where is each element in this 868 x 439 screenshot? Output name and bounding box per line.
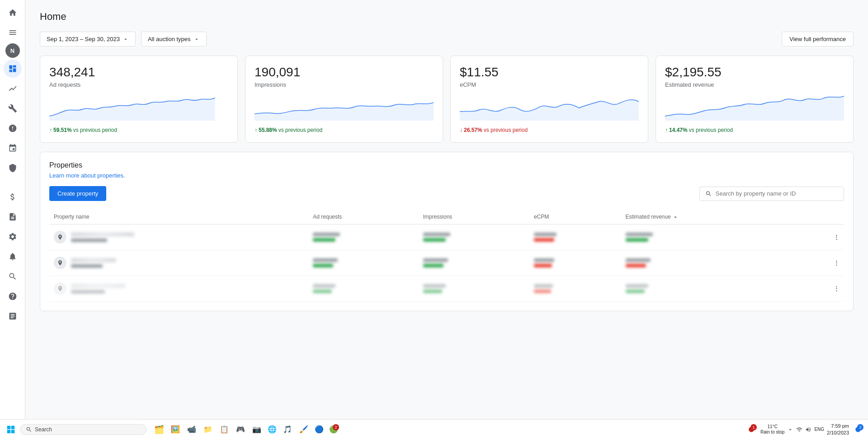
taskbar: Search 🗂️ 🖼️ 📹 📁 📋 🎮 📷 🌐 🎵 🖌️ 🔵 🟢 2 1 11… xyxy=(0,419,868,439)
sidebar-item-alerts[interactable] xyxy=(4,119,22,137)
revenue-value xyxy=(626,258,651,262)
taskbar-app-video[interactable]: 📹 xyxy=(184,422,199,437)
metric-value: $11.55 xyxy=(460,65,639,79)
sparkline-ecpm xyxy=(460,93,639,121)
search-icon xyxy=(26,426,32,433)
sidebar-item-help[interactable] xyxy=(4,287,22,305)
taskbar-app-explorer[interactable]: 🗂️ xyxy=(152,422,166,437)
ecpm-change xyxy=(534,238,554,242)
ad-requests-value xyxy=(313,258,338,262)
taskbar-app-media[interactable]: 🖼️ xyxy=(168,422,183,437)
search-icon xyxy=(705,190,712,197)
ad-requests-change xyxy=(313,264,333,267)
ecpm-value xyxy=(534,233,557,236)
metric-value: $2,195.55 xyxy=(665,65,844,79)
eng-label: ENG xyxy=(814,427,824,432)
ad-requests-change xyxy=(313,238,335,242)
taskbar-app-unknown1[interactable]: 📷 xyxy=(250,422,264,437)
col-header-revenue[interactable]: Estimated revenue xyxy=(621,210,801,224)
impressions-value xyxy=(423,284,446,288)
property-name xyxy=(71,284,125,288)
impressions-change xyxy=(423,264,443,267)
sidebar-item-pages[interactable] xyxy=(4,208,22,226)
sidebar-item-tools[interactable] xyxy=(4,99,22,117)
metric-label: Impressions xyxy=(255,81,434,88)
svg-rect-0 xyxy=(7,425,11,429)
taskbar-app-files[interactable]: 📁 xyxy=(201,422,215,437)
impressions-value xyxy=(423,258,448,262)
sidebar-item-revenue[interactable] xyxy=(4,188,22,206)
time-display: 7:59 pm xyxy=(827,423,849,429)
taskbar-app-unknown2[interactable]: 🎵 xyxy=(280,422,295,437)
view-performance-button[interactable]: View full performance xyxy=(782,32,854,47)
property-search-box[interactable] xyxy=(699,187,844,201)
sidebar-item-menu[interactable] xyxy=(4,23,22,42)
learn-more-link[interactable]: Learn more about properties. xyxy=(49,172,125,179)
date-range-dropdown[interactable]: Sep 1, 2023 – Sep 30, 2023 xyxy=(40,32,136,47)
change-pct: 26.57% xyxy=(464,127,482,133)
notification-center-wrap[interactable]: 2 xyxy=(852,423,864,436)
metric-label: Ad requests xyxy=(49,81,228,88)
sidebar-item-analytics[interactable] xyxy=(4,79,22,98)
change-text: vs previous period xyxy=(484,127,528,133)
auction-type-label: All auction types xyxy=(148,36,191,42)
taskbar-app-xbox[interactable]: 🎮 xyxy=(233,422,248,437)
change-text: vs previous period xyxy=(278,127,322,133)
ecpm-value xyxy=(534,284,553,288)
auction-type-dropdown[interactable]: All auction types xyxy=(141,32,207,47)
taskbar-icons: 🗂️ 🖼️ 📹 📁 📋 🎮 📷 🌐 🎵 🖌️ 🔵 🟢 2 xyxy=(152,422,340,437)
ad-requests-value xyxy=(313,284,335,288)
ad-requests-change xyxy=(313,290,332,293)
property-icon xyxy=(54,231,66,243)
properties-table: Property name Ad requests Impressions eC… xyxy=(49,210,844,302)
property-id xyxy=(71,290,105,294)
properties-actions: Create property xyxy=(49,186,844,201)
revenue-value xyxy=(626,233,653,236)
sidebar-item-shield[interactable] xyxy=(4,159,22,177)
taskbar-app-chrome[interactable]: 🌐 xyxy=(266,422,278,437)
change-pct: 14.47% xyxy=(669,127,688,133)
change-pct: 59.51% xyxy=(53,127,72,133)
taskbar-app-photoshop[interactable]: 🖌️ xyxy=(297,422,311,437)
arrow-down-icon: ↓ xyxy=(460,127,462,133)
sidebar-item-reports[interactable] xyxy=(4,307,22,325)
svg-rect-2 xyxy=(7,430,11,433)
change-pct: 55.88% xyxy=(259,127,277,133)
sidebar-avatar[interactable]: N xyxy=(5,43,20,58)
start-button[interactable] xyxy=(4,422,18,437)
sidebar-item-notifications[interactable] xyxy=(4,248,22,266)
property-name-cell xyxy=(54,257,304,269)
svg-rect-1 xyxy=(11,425,15,429)
metrics-row: 348,241 Ad requests ↑ 59.51% vs previous… xyxy=(40,56,854,143)
property-name xyxy=(71,258,116,262)
taskbar-app-chrome2[interactable]: 🔵 xyxy=(313,422,326,437)
search-input[interactable] xyxy=(716,190,838,197)
taskbar-app-tasks[interactable]: 📋 xyxy=(217,422,231,437)
sidebar-item-settings[interactable] xyxy=(4,228,22,246)
row-actions-menu[interactable]: ⋮ xyxy=(801,224,844,250)
sidebar-item-inventory[interactable] xyxy=(4,139,22,157)
change-text: vs previous period xyxy=(689,127,733,133)
chevron-up-icon[interactable] xyxy=(787,426,793,433)
arrow-up-icon: ↑ xyxy=(665,127,668,133)
weather-info: 11°C Rain to stop xyxy=(760,424,784,435)
chevron-down-icon xyxy=(123,36,129,42)
taskbar-search[interactable]: Search xyxy=(20,424,146,435)
sidebar-item-home[interactable] xyxy=(4,4,22,22)
sidebar-item-search[interactable] xyxy=(4,267,22,285)
sidebar-item-dashboard[interactable] xyxy=(4,60,22,78)
row-actions-menu[interactable]: ⋮ xyxy=(801,276,844,301)
row-actions-menu[interactable]: ⋮ xyxy=(801,250,844,276)
page-title: Home xyxy=(40,11,854,23)
chevron-down-icon-2 xyxy=(193,36,200,42)
ad-requests-value xyxy=(313,233,340,236)
create-property-button[interactable]: Create property xyxy=(49,186,106,201)
sparkline-impressions xyxy=(255,93,434,121)
property-name-cell xyxy=(54,282,304,295)
property-name xyxy=(71,232,134,237)
metric-value: 348,241 xyxy=(49,65,228,79)
revenue-change xyxy=(626,264,646,267)
taskbar-app-chrome-wrap: 🌐 xyxy=(266,423,278,436)
notification-icon-wrap[interactable]: 1 xyxy=(745,423,758,436)
taskbar-search-label: Search xyxy=(35,426,52,433)
